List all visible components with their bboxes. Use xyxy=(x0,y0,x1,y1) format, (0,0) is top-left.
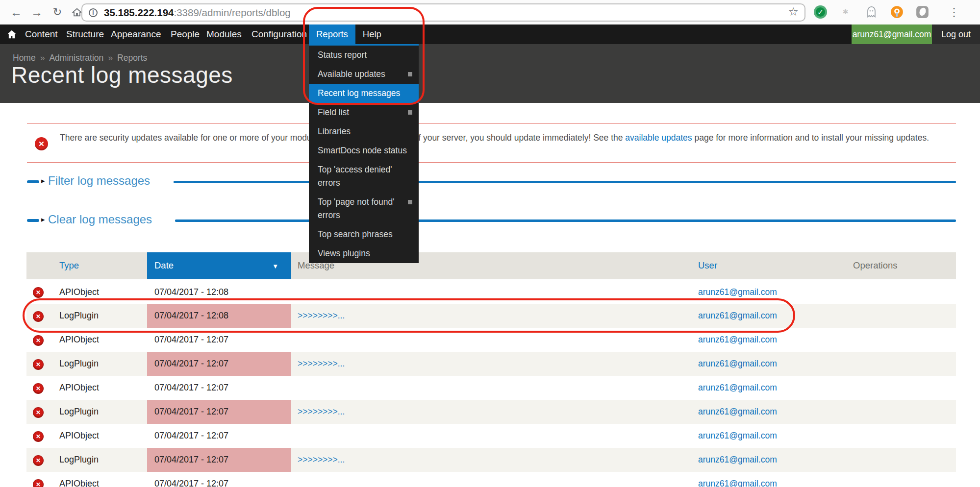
message-cell xyxy=(291,280,691,304)
log-table-body: ✕APIObject07/04/2017 - 12:08arunz61@gmai… xyxy=(26,280,956,487)
url-bar[interactable]: i 35.185.222.194:3389/admin/reports/dblo… xyxy=(81,3,805,22)
date-cell: 07/04/2017 - 12:08 xyxy=(147,280,291,304)
user-link[interactable]: arunz61@gmail.com xyxy=(698,479,777,487)
extension-shield-check-icon[interactable]: ✓ xyxy=(814,5,827,19)
menu-item-label: Top 'access denied' errors xyxy=(318,165,392,188)
user-link[interactable]: arunz61@gmail.com xyxy=(698,431,777,440)
error-icon: ✕ xyxy=(33,456,43,465)
message-cell: >>>>>>>>... xyxy=(291,352,691,376)
url-path: :3389/admin/reports/dblog xyxy=(174,7,291,18)
menu-item-label: Available updates xyxy=(318,69,385,79)
tab-reports[interactable]: Reports xyxy=(309,24,355,44)
back-button[interactable]: ← xyxy=(9,5,24,20)
clear-log-messages-toggle[interactable]: Clear log messages xyxy=(48,213,152,226)
browser-toolbar: ← → ↻ i 35.185.222.194:3389/admin/report… xyxy=(0,0,980,24)
admin-nav-configuration[interactable]: Configuration xyxy=(251,24,307,44)
message-link[interactable]: >>>>>>>>... xyxy=(298,311,345,320)
user-link[interactable]: arunz61@gmail.com xyxy=(698,383,777,392)
type-column-header[interactable]: Type xyxy=(50,252,147,280)
admin-toolbar: ContentStructureAppearancePeopleModulesC… xyxy=(0,24,980,44)
extension-disabled-icon[interactable]: ✱ xyxy=(839,5,853,19)
date-cell: 07/04/2017 - 12:07 xyxy=(147,400,291,424)
menu-item-label: Views plugins xyxy=(318,248,370,258)
log-table: Type Date▼ Message User Operations ✕APIO… xyxy=(26,252,956,487)
page-header: Home»Administration»Reports Recent log m… xyxy=(0,44,980,103)
severity-cell: ✕ xyxy=(26,328,50,352)
collapsed-arrow-icon: ▸ xyxy=(41,176,45,185)
menu-item-smartdocs-node-status[interactable]: SmartDocs node status xyxy=(309,141,419,160)
openvpn-extension-icon[interactable] xyxy=(890,5,904,19)
admin-nav-modules[interactable]: Modules xyxy=(206,24,242,44)
severity-cell: ✕ xyxy=(26,352,50,376)
reports-dropdown: Status reportAvailable updatesRecent log… xyxy=(309,44,419,263)
home-icon xyxy=(72,7,82,18)
severity-cell: ✕ xyxy=(26,304,50,328)
breadcrumb-link-administration[interactable]: Administration xyxy=(49,53,103,63)
browser-menu-icon[interactable]: ⋮ xyxy=(948,5,960,20)
user-link[interactable]: arunz61@gmail.com xyxy=(698,359,777,368)
admin-nav-structure[interactable]: Structure xyxy=(66,24,104,44)
menu-item-libraries[interactable]: Libraries xyxy=(309,122,419,141)
operations-cell xyxy=(833,280,956,304)
menu-item-field-list[interactable]: Field list xyxy=(309,103,419,122)
message-link[interactable]: >>>>>>>>... xyxy=(298,407,345,416)
breadcrumb-link-home[interactable]: Home xyxy=(13,53,36,63)
menu-item-top-search-phrases[interactable]: Top search phrases xyxy=(309,225,419,244)
severity-cell: ✕ xyxy=(26,424,50,448)
message-cell: >>>>>>>>... xyxy=(291,448,691,472)
fieldset-dash xyxy=(27,180,39,183)
admin-nav-people[interactable]: People xyxy=(171,24,200,44)
available-updates-link[interactable]: available updates xyxy=(625,133,692,143)
account-badge[interactable]: arunz61@gmail.com xyxy=(852,24,932,44)
page-info-icon[interactable]: i xyxy=(89,8,98,17)
ghost-extension-icon[interactable] xyxy=(865,5,878,19)
drupal-home-icon[interactable] xyxy=(6,29,17,42)
alert-error-icon: ✕ xyxy=(35,137,48,150)
message-cell xyxy=(291,328,691,352)
menu-item-label: Status report xyxy=(318,50,367,60)
menu-item-recent-log-messages[interactable]: Recent log messages xyxy=(309,84,419,103)
user-link[interactable]: arunz61@gmail.com xyxy=(698,287,777,297)
user-column-header[interactable]: User xyxy=(691,252,833,280)
type-cell: APIObject xyxy=(50,424,147,448)
operations-cell xyxy=(833,400,956,424)
user-cell: arunz61@gmail.com xyxy=(691,376,833,400)
menu-item-top-page-not-found-errors[interactable]: Top 'page not found' errors xyxy=(309,193,419,225)
logout-button[interactable]: Log out xyxy=(932,24,980,44)
type-cell: APIObject xyxy=(50,328,147,352)
message-cell xyxy=(291,424,691,448)
menu-item-views-plugins[interactable]: Views plugins xyxy=(309,244,419,263)
date-column-header[interactable]: Date▼ xyxy=(147,252,291,280)
user-cell: arunz61@gmail.com xyxy=(691,400,833,424)
menu-item-status-report[interactable]: Status report xyxy=(309,46,419,65)
filter-log-messages-toggle[interactable]: Filter log messages xyxy=(48,174,150,188)
severity-cell: ✕ xyxy=(26,280,50,304)
severity-cell: ✕ xyxy=(26,448,50,472)
user-link[interactable]: arunz61@gmail.com xyxy=(698,455,777,464)
log-table-header-row: Type Date▼ Message User Operations xyxy=(26,252,956,280)
tab-help[interactable]: Help xyxy=(355,24,389,44)
admin-nav-content[interactable]: Content xyxy=(25,24,58,44)
user-cell: arunz61@gmail.com xyxy=(691,352,833,376)
icon-column-header xyxy=(26,252,50,280)
fieldset-border xyxy=(175,219,956,222)
forward-button[interactable]: → xyxy=(29,5,44,20)
user-cell: arunz61@gmail.com xyxy=(691,328,833,352)
menu-item-available-updates[interactable]: Available updates xyxy=(309,65,419,84)
menu-item-top-access-denied-errors[interactable]: Top 'access denied' errors xyxy=(309,160,419,193)
collapsed-arrow-icon: ▸ xyxy=(41,215,45,224)
sort-desc-icon: ▼ xyxy=(272,263,278,270)
user-link[interactable]: arunz61@gmail.com xyxy=(698,311,777,320)
user-cell: arunz61@gmail.com xyxy=(691,448,833,472)
breadcrumb-link-reports[interactable]: Reports xyxy=(117,53,147,63)
admin-nav-appearance[interactable]: Appearance xyxy=(111,24,161,44)
message-link[interactable]: >>>>>>>>... xyxy=(298,455,345,464)
reload-button[interactable]: ↻ xyxy=(50,5,65,20)
message-link[interactable]: >>>>>>>>... xyxy=(298,359,345,368)
extension-gray-icon[interactable] xyxy=(916,5,929,19)
bookmark-star-icon[interactable]: ☆ xyxy=(788,5,799,19)
screen: ← → ↻ i 35.185.222.194:3389/admin/report… xyxy=(0,0,980,487)
menu-item-label: Libraries xyxy=(318,126,351,136)
user-link[interactable]: arunz61@gmail.com xyxy=(698,407,777,416)
user-link[interactable]: arunz61@gmail.com xyxy=(698,335,777,344)
